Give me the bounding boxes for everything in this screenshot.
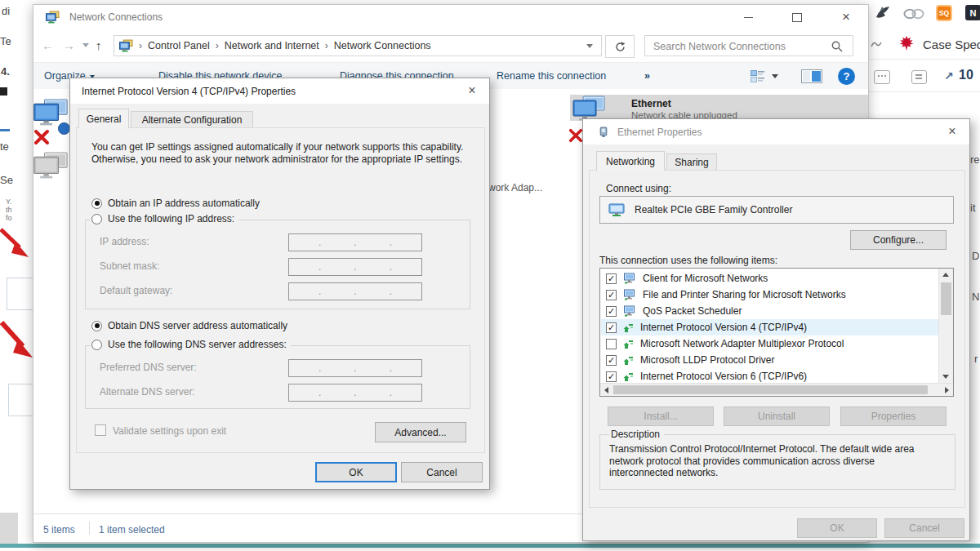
address-box[interactable]: › Control Panel › Network and Internet ›… <box>114 35 602 56</box>
squiggle-icon <box>871 39 882 49</box>
forward-button[interactable]: → <box>63 38 75 54</box>
details-view-icon[interactable] <box>751 70 765 82</box>
bg-box-outline <box>7 278 34 310</box>
item-checkbox[interactable]: ✓ <box>606 371 617 382</box>
advanced-button[interactable]: Advanced... <box>375 422 466 442</box>
dialog-titlebar[interactable]: Internet Protocol Version 4 (TCP/IPv4) P… <box>70 78 489 104</box>
subnet-mask-field[interactable]: . . . <box>288 258 422 276</box>
protocol-icon <box>623 371 634 382</box>
breadcrumb-network-connections[interactable]: Network Connections <box>334 40 431 51</box>
list-item[interactable]: ✓ Internet Protocol Version 6 (TCP/IPv6) <box>601 368 939 384</box>
close-button[interactable]: × <box>826 6 866 29</box>
client-icon <box>623 289 636 300</box>
tab-general[interactable]: General <box>78 109 129 128</box>
scroll-left-icon[interactable] <box>604 387 608 393</box>
view-options-chevron-icon[interactable] <box>772 74 778 78</box>
preview-pane-icon[interactable] <box>801 69 822 83</box>
install-button[interactable]: Install... <box>608 407 714 426</box>
radio-use-dns[interactable]: Use the following DNS server addresses: <box>90 339 291 350</box>
properties-button[interactable]: Properties <box>840 407 947 426</box>
item-checkbox[interactable]: ✓ <box>606 273 617 284</box>
close-button[interactable]: × <box>454 78 490 103</box>
list-item[interactable]: ✓ Microsoft LLDP Protocol Driver <box>601 352 939 368</box>
bg-text-fragment: 4. <box>1 65 10 78</box>
shark-icon[interactable] <box>874 4 892 22</box>
protocol-icon <box>623 355 634 366</box>
sq-extension-icon[interactable]: SQ <box>936 5 952 21</box>
vertical-scrollbar[interactable] <box>938 269 953 384</box>
list-item[interactable]: ✓ QoS Packet Scheduler <box>601 303 939 319</box>
expand-arrow-icon[interactable]: ↗ <box>944 69 954 82</box>
rings-icon[interactable] <box>903 8 926 20</box>
scrollbar-thumb[interactable] <box>941 282 951 315</box>
item-checkbox[interactable] <box>606 339 617 349</box>
adapter-field: Realtek PCIe GBE Family Controller <box>599 196 954 224</box>
network-adapter-icon-gray[interactable] <box>33 152 69 180</box>
item-checkbox[interactable]: ✓ <box>606 306 617 317</box>
configure-button[interactable]: Configure... <box>850 230 947 250</box>
dialog-titlebar[interactable]: Ethernet Properties × <box>583 119 969 144</box>
alternate-dns-label: Alternate DNS server: <box>100 386 195 398</box>
maximize-button[interactable] <box>777 6 817 29</box>
radio-use-ip[interactable]: Use the following IP address: <box>90 213 238 224</box>
close-button[interactable]: × <box>934 119 970 144</box>
bg-dark-bar <box>0 87 7 96</box>
bg-count-text: 10 <box>959 68 973 82</box>
scrollbar-thumb[interactable] <box>613 385 928 394</box>
scroll-right-icon[interactable] <box>945 387 949 393</box>
radio-obtain-ip[interactable]: Obtain an IP address automatically <box>91 198 260 209</box>
connection-items-list: ✓ Client for Microsoft Networks ✓ File a… <box>599 268 954 397</box>
rename-connection-button[interactable]: Rename this connection <box>497 63 606 90</box>
search-box <box>644 35 853 56</box>
red-arrow-icon <box>0 227 31 260</box>
list-item[interactable]: ✓ Client for Microsoft Networks <box>601 270 939 287</box>
search-icon[interactable] <box>831 41 843 52</box>
tab-alternate-configuration[interactable]: Alternate Configuration <box>131 111 253 128</box>
radio-icon <box>91 321 102 331</box>
address-dropdown-chevron-icon[interactable] <box>586 44 593 48</box>
item-checkbox[interactable]: ✓ <box>606 355 617 366</box>
ok-button[interactable]: OK <box>315 462 397 482</box>
horizontal-scrollbar[interactable] <box>600 383 953 396</box>
scroll-up-icon[interactable] <box>942 273 949 277</box>
ethernet-tile-name: Ethernet <box>631 98 671 109</box>
list-item[interactable]: ✓ File and Printer Sharing for Microsoft… <box>601 287 939 303</box>
preferred-dns-field[interactable]: . . . <box>288 359 422 377</box>
n-extension-icon[interactable]: N <box>965 5 980 20</box>
alternate-dns-field[interactable]: . . . <box>288 384 422 402</box>
up-button[interactable]: ↑ <box>96 38 102 54</box>
recent-locations-chevron-icon[interactable] <box>82 43 89 47</box>
breadcrumb-control-panel[interactable]: Control Panel <box>148 40 210 51</box>
refresh-icon <box>615 42 626 52</box>
bg-box-outline <box>8 384 34 416</box>
window-titlebar[interactable]: Network Connections × <box>33 5 868 29</box>
bg-text-fragment: di <box>2 5 10 17</box>
back-button[interactable]: ← <box>42 38 54 54</box>
tab-networking[interactable]: Networking <box>596 151 665 171</box>
minimize-button[interactable] <box>728 6 768 29</box>
ip-address-field[interactable]: . . . <box>288 233 422 251</box>
scroll-down-icon[interactable] <box>942 375 949 379</box>
validate-checkbox[interactable] <box>95 424 106 436</box>
item-checkbox[interactable]: ✓ <box>606 322 617 333</box>
list-item[interactable]: Microsoft Network Adapter Multiplexor Pr… <box>601 335 939 352</box>
refresh-button[interactable] <box>605 35 635 58</box>
list-item[interactable]: ✓ Internet Protocol Version 4 (TCP/IPv4) <box>601 319 939 335</box>
item-checkbox[interactable]: ✓ <box>606 290 617 300</box>
default-gateway-field[interactable]: . . . <box>288 282 422 300</box>
cancel-button[interactable]: Cancel <box>401 462 483 482</box>
bg-toolbar-icon[interactable] <box>874 70 890 84</box>
search-input[interactable] <box>652 38 826 56</box>
cancel-button[interactable]: Cancel <box>884 518 964 538</box>
bg-toolbar-icon[interactable] <box>911 70 927 84</box>
breadcrumb-network-and-internet[interactable]: Network and Internet <box>225 40 319 51</box>
uninstall-button[interactable]: Uninstall <box>724 407 830 426</box>
minimize-icon <box>744 17 753 18</box>
more-commands-button[interactable]: » <box>644 63 650 90</box>
network-connections-icon <box>46 11 60 24</box>
help-button[interactable]: ? <box>838 68 855 85</box>
radio-obtain-dns[interactable]: Obtain DNS server address automatically <box>91 320 287 331</box>
protocol-icon <box>623 339 634 349</box>
ok-button[interactable]: OK <box>797 518 877 538</box>
tab-sharing[interactable]: Sharing <box>666 153 717 171</box>
